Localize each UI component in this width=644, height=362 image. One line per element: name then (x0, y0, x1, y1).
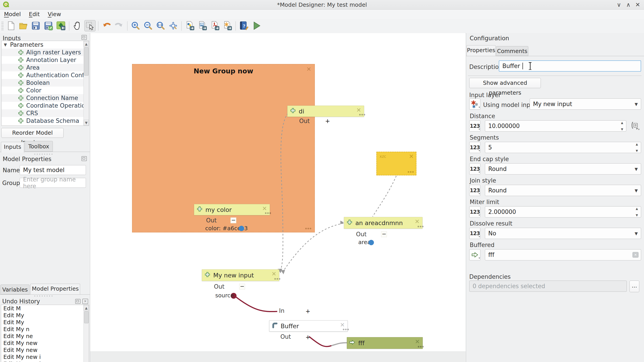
comment-resize-handle[interactable] (408, 171, 409, 173)
number-type-button[interactable]: 123 (469, 163, 480, 174)
expand-inputs[interactable]: + (306, 308, 310, 314)
end-cap-style-combo[interactable]: Round▼ (485, 163, 641, 174)
undo-item[interactable]: Edit My (1, 312, 89, 319)
run-button[interactable] (251, 20, 262, 31)
iterate-over-layer-button[interactable] (469, 98, 480, 110)
collapse-outputs[interactable]: − (239, 284, 245, 290)
node-an-areacdnmnn[interactable]: an areacdnmnn ✕ (344, 217, 422, 229)
node-di[interactable]: di ✕ (287, 106, 364, 117)
undo-item[interactable]: Edit My ne (1, 333, 89, 340)
node-close-icon[interactable]: ✕ (415, 339, 420, 344)
inputs-float-icon[interactable] (82, 35, 87, 40)
comment-box[interactable]: xzc ✕ (376, 152, 416, 176)
scroll-up-icon[interactable]: ▲ (84, 305, 89, 311)
tree-item-connection-name[interactable]: Connection Name (2, 94, 89, 102)
undo-item[interactable]: Edit My new i (1, 354, 89, 360)
node-resize-handle[interactable] (418, 226, 419, 227)
new-model-button[interactable] (5, 20, 16, 31)
join-style-combo[interactable]: Round▼ (485, 185, 641, 196)
export-pdf-button[interactable] (209, 20, 220, 31)
save-model-in-project-button[interactable] (55, 20, 66, 31)
node-close-icon[interactable]: ✕ (415, 218, 420, 224)
clear-icon[interactable]: ✕ (632, 252, 639, 258)
number-type-button[interactable]: 123 (469, 206, 480, 218)
dependencies-more-button[interactable]: ... (630, 280, 639, 292)
node-buffer[interactable]: Buffer ✕ (269, 320, 348, 332)
socket-area[interactable] (368, 240, 374, 245)
export-python-button[interactable] (184, 20, 195, 31)
number-type-button[interactable]: 123 (469, 185, 480, 196)
select-button[interactable] (84, 20, 96, 31)
spinner-buttons[interactable]: ▲▼ (634, 207, 640, 217)
buffered-input[interactable]: fff✕ (485, 249, 641, 260)
menu-model[interactable]: Model (0, 10, 25, 18)
undo-item[interactable]: Edit My (1, 319, 89, 326)
tree-item-boolean[interactable]: Boolean (2, 79, 89, 86)
miter-limit-input[interactable]: 2.000000▲▼ (485, 206, 641, 218)
save-model-as-button[interactable] (43, 20, 54, 31)
model-name-input[interactable]: My test model (20, 165, 86, 175)
description-input[interactable]: Buffer (499, 60, 641, 72)
distance-input[interactable]: 10.000000▲▼ (485, 120, 626, 132)
node-close-icon[interactable]: ✕ (340, 322, 345, 328)
number-type-button[interactable]: 123 (469, 228, 480, 239)
node-fff-output[interactable]: fff ✕ (347, 337, 423, 349)
undo-item[interactable]: Edit My new (1, 340, 89, 346)
zoom-out-button[interactable] (142, 20, 154, 31)
menu-view[interactable]: View (44, 10, 65, 18)
input-layer-combo[interactable]: My new input ▼ (530, 98, 641, 110)
minimize-button[interactable]: ∨ (614, 1, 624, 8)
export-image-button[interactable] (197, 20, 208, 31)
undo-item[interactable]: Edit My new (1, 346, 89, 354)
undo-item[interactable]: Edit M (1, 305, 89, 312)
model-group-input[interactable]: Enter group name here (20, 178, 86, 188)
tab-inputs[interactable]: Inputs (1, 142, 24, 152)
show-advanced-parameters-button[interactable]: Show advanced parameters (469, 78, 541, 88)
pan-button[interactable] (72, 20, 83, 31)
scroll-up-icon[interactable]: ▲ (84, 41, 89, 47)
tab-toolbox[interactable]: Toolbox (24, 141, 53, 152)
group-close-icon[interactable]: ✕ (306, 66, 311, 72)
zoom-in-button[interactable] (130, 20, 141, 31)
output-arrow-button[interactable] (469, 249, 480, 260)
undo-button[interactable] (101, 20, 112, 31)
undo-item[interactable]: Edit My new in (1, 360, 89, 362)
close-button[interactable]: ✕ (633, 1, 642, 8)
zoom-full-button[interactable] (168, 20, 179, 31)
menu-edit[interactable]: Edit (25, 10, 44, 18)
node-my-color[interactable]: my color ✕ (194, 204, 270, 215)
splitter-handle[interactable] (34, 295, 54, 297)
node-resize-handle[interactable] (274, 278, 276, 280)
tree-item-area[interactable]: Area (2, 64, 89, 71)
node-resize-handle[interactable] (265, 212, 266, 214)
node-my-new-input[interactable]: My new input ✕ (202, 269, 279, 281)
node-resize-handle[interactable] (359, 114, 361, 116)
tree-root-parameters[interactable]: ▼Parameters (2, 41, 89, 48)
scroll-down-icon[interactable]: ▼ (84, 120, 89, 126)
undo-history-close-icon[interactable]: ✕ (82, 299, 88, 304)
tree-item-align-raster-layers[interactable]: Align raster Layers (2, 48, 89, 56)
tree-item-annotation-layer[interactable]: Annotation Layer (2, 56, 89, 64)
node-resize-handle[interactable] (343, 329, 344, 330)
tab-properties[interactable]: Properties (466, 45, 496, 56)
model-properties-float-icon[interactable] (82, 156, 87, 161)
tree-scrollbar[interactable]: ▲ ▼ (84, 41, 89, 126)
comment-close-icon[interactable]: ✕ (409, 154, 414, 159)
spinner-buttons[interactable]: ▲▼ (634, 142, 640, 152)
collapse-outputs[interactable]: − (230, 218, 236, 223)
model-canvas[interactable]: New Group now ✕ di ✕ Out + xz (90, 33, 466, 362)
tab-comments[interactable]: Comments (496, 46, 528, 56)
undo-history-float-icon[interactable] (75, 299, 80, 304)
segments-input[interactable]: 5▲▼ (485, 142, 641, 153)
expand-outputs[interactable]: + (306, 334, 310, 340)
tree-item-authentication-config[interactable]: Authentication Config... (2, 71, 89, 79)
redo-button[interactable] (114, 20, 125, 31)
node-resize-handle[interactable] (418, 346, 419, 348)
toolbar-grip[interactable] (1, 21, 4, 30)
splitter-handle[interactable] (34, 154, 54, 155)
help-button[interactable]: ? (238, 20, 250, 31)
save-model-button[interactable] (30, 20, 42, 31)
collapse-outputs[interactable]: − (381, 231, 387, 237)
node-close-icon[interactable]: ✕ (356, 107, 361, 113)
tree-item-color[interactable]: Color (2, 86, 89, 94)
